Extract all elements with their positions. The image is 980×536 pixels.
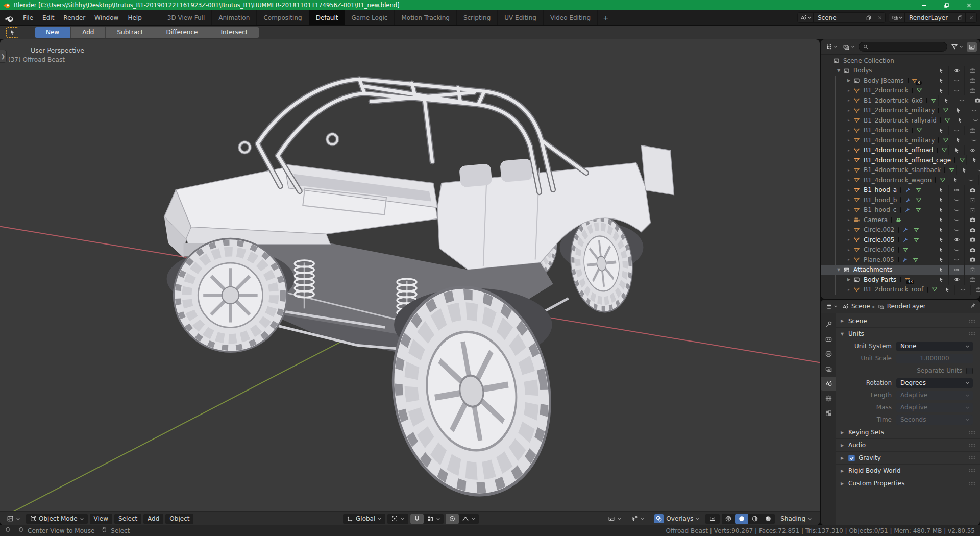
- render-visibility-camera-icon[interactable]: [964, 205, 980, 215]
- selectable-toggle-icon[interactable]: [933, 215, 948, 225]
- new-button[interactable]: New: [35, 27, 71, 38]
- render-visibility-camera-icon[interactable]: [964, 126, 980, 136]
- property-dropdown-time[interactable]: Seconds: [896, 415, 973, 425]
- menu-edit[interactable]: Edit: [38, 10, 59, 25]
- properties-tab-tool-icon[interactable]: [822, 318, 835, 331]
- selectable-toggle-icon[interactable]: [933, 265, 948, 275]
- gizmos-button[interactable]: [627, 514, 648, 524]
- visibility-eye-icon[interactable]: [948, 235, 964, 245]
- selectable-toggle-icon[interactable]: [956, 165, 972, 176]
- object-visibility-button[interactable]: [604, 514, 625, 524]
- outliner-row-b1-4doortruck-wagon[interactable]: ▸B1_4doortruck_wagon: [821, 175, 980, 185]
- outliner-row-b1-hood-a[interactable]: ▸B1_hood_a: [821, 185, 980, 196]
- proportional-editing-icon[interactable]: [446, 514, 459, 524]
- scene-icon[interactable]: [798, 13, 814, 22]
- render-visibility-camera-icon[interactable]: [964, 215, 980, 225]
- visibility-eye-icon[interactable]: [948, 245, 964, 255]
- render-visibility-camera-icon[interactable]: [964, 245, 980, 255]
- disclosure-triangle-icon[interactable]: ▼: [835, 68, 842, 73]
- render-layer-remove-button[interactable]: [965, 13, 976, 22]
- outliner-row-b1-2doortruck-roof[interactable]: ▸B1_2doortruck_roof: [821, 285, 980, 295]
- maximize-button[interactable]: [935, 0, 958, 10]
- outliner-row-attachments[interactable]: ▼Attachments: [821, 265, 980, 275]
- visibility-eye-icon[interactable]: [948, 255, 964, 265]
- outliner-row-plane-005[interactable]: ▸Plane.005: [821, 255, 980, 265]
- shading-rendered-icon[interactable]: [762, 514, 775, 524]
- visibility-eye-icon[interactable]: [966, 135, 980, 145]
- selectable-toggle-icon[interactable]: [952, 115, 968, 126]
- menu-file[interactable]: File: [18, 10, 38, 25]
- render-visibility-camera-icon[interactable]: [964, 66, 980, 76]
- selectable-toggle-icon[interactable]: [933, 275, 948, 285]
- outliner-collection-filter-button[interactable]: [967, 42, 977, 52]
- menu-help[interactable]: Help: [123, 10, 146, 25]
- close-button[interactable]: [958, 0, 980, 10]
- disclosure-triangle-icon[interactable]: ▼: [835, 267, 842, 272]
- proportional-falloff-button[interactable]: [459, 514, 479, 524]
- pivot-point-button[interactable]: [387, 514, 408, 524]
- outliner-row-b1-4doortruck-slantback[interactable]: ▸B1_4doortruck_slantback: [821, 165, 980, 176]
- outliner-row-body-parts[interactable]: ▶Body Parts33: [821, 275, 980, 285]
- render-visibility-camera-icon[interactable]: [964, 185, 980, 196]
- add-workspace-button[interactable]: +: [598, 14, 614, 22]
- selectable-toggle-icon[interactable]: [933, 76, 948, 86]
- toolbar-expand-chevron-icon[interactable]: ❯: [0, 50, 7, 63]
- outliner-row-circle-005[interactable]: ▸Circle.005: [821, 235, 980, 245]
- select-box-tool-icon[interactable]: [6, 27, 18, 38]
- transform-orientation-select[interactable]: Global: [343, 514, 385, 524]
- snap-toggle-magnet-icon[interactable]: [410, 514, 424, 524]
- workspace-tab-animation[interactable]: Animation: [212, 10, 257, 25]
- property-dropdown-mass[interactable]: Adaptive: [896, 403, 973, 412]
- properties-tab-texture-icon[interactable]: [822, 406, 835, 420]
- outliner-row-b1-4doortruck[interactable]: ▸B1_4doortruck: [821, 126, 980, 136]
- workspace-tab-uv-editing[interactable]: UV Editing: [498, 10, 544, 25]
- viewport-menu-add[interactable]: Add: [143, 514, 163, 524]
- blender-menu-icon[interactable]: [4, 14, 14, 22]
- shading-popover-button[interactable]: Shading: [777, 514, 816, 524]
- visibility-eye-icon[interactable]: [948, 66, 964, 76]
- outliner-filter-button[interactable]: [949, 42, 965, 52]
- workspace-tab-video-editing[interactable]: Video Editing: [544, 10, 598, 25]
- workspace-tab-scripting[interactable]: Scripting: [457, 10, 498, 25]
- panel-gravity[interactable]: ▶Gravity: [836, 451, 980, 464]
- minimize-button[interactable]: [913, 0, 935, 10]
- properties-tab-viewlayer-icon[interactable]: [822, 362, 835, 376]
- visibility-eye-icon[interactable]: [948, 86, 964, 96]
- panel-custom-properties[interactable]: ▶Custom Properties: [836, 477, 980, 490]
- outliner-row-circle-002[interactable]: ▸Circle.002: [821, 225, 980, 235]
- menu-window[interactable]: Window: [90, 10, 123, 25]
- selectable-toggle-icon[interactable]: [947, 175, 963, 185]
- selectable-toggle-icon[interactable]: [950, 135, 966, 145]
- properties-tab-scene-icon[interactable]: [821, 377, 836, 391]
- outliner-row-body-jbeams[interactable]: ▶Body JBeams8: [821, 76, 980, 86]
- visibility-eye-icon[interactable]: [948, 225, 964, 235]
- outliner-row-b1-2doortruck-military[interactable]: ▸B1_2doortruck_military: [821, 106, 980, 116]
- outliner-row-camera[interactable]: ▸Camera: [821, 215, 980, 225]
- property-dropdown-rotation[interactable]: Degrees: [896, 378, 973, 388]
- disclosure-triangle-icon[interactable]: ▶: [845, 78, 852, 83]
- property-field-unit-scale[interactable]: 1.000000: [896, 354, 973, 363]
- outliner-row-b1-2doortruck[interactable]: ▸B1_2doortruck: [821, 86, 980, 96]
- render-visibility-camera-icon[interactable]: [964, 76, 980, 86]
- workspace-tab-3d-view-full[interactable]: 3D View Full: [161, 10, 212, 25]
- viewport-3d[interactable]: ❯ User Perspective (37) Offroad Beast Ob…: [0, 39, 820, 525]
- visibility-eye-icon[interactable]: [948, 265, 964, 275]
- visibility-eye-icon[interactable]: [948, 195, 964, 205]
- render-visibility-camera-icon[interactable]: [964, 235, 980, 245]
- render-layer-copy-button[interactable]: [954, 13, 965, 22]
- snap-settings-button[interactable]: [424, 514, 444, 524]
- viewport-menu-object[interactable]: Object: [165, 514, 193, 524]
- selectable-toggle-icon[interactable]: [933, 185, 948, 196]
- render-visibility-camera-icon[interactable]: [964, 195, 980, 205]
- scene-unlink-button[interactable]: [874, 13, 885, 22]
- property-dropdown-length[interactable]: Adaptive: [896, 391, 973, 400]
- panel-units[interactable]: ▼Units: [836, 327, 980, 340]
- editor-type-button[interactable]: [3, 514, 24, 524]
- render-visibility-camera-icon[interactable]: [964, 265, 980, 275]
- gravity-checkbox[interactable]: [848, 455, 855, 461]
- selectable-toggle-icon[interactable]: [933, 225, 948, 235]
- selectable-toggle-icon[interactable]: [933, 66, 948, 76]
- render-visibility-camera-icon[interactable]: [964, 225, 980, 235]
- outliner-id-type-button[interactable]: [841, 42, 856, 52]
- selectable-toggle-icon[interactable]: [933, 255, 948, 265]
